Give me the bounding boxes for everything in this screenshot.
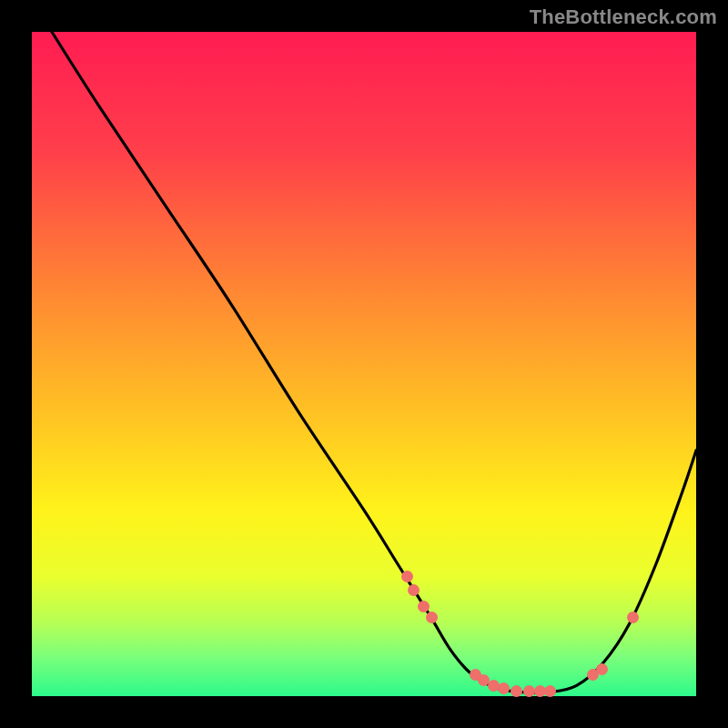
highlight-dot bbox=[544, 685, 556, 697]
watermark-text: TheBottleneck.com bbox=[530, 5, 717, 29]
bottleneck-curve bbox=[52, 32, 696, 693]
highlight-dot bbox=[401, 571, 413, 582]
highlight-dot bbox=[596, 663, 608, 675]
chart-stage: TheBottleneck.com bbox=[0, 0, 728, 728]
highlight-dot bbox=[523, 685, 535, 697]
highlight-dot bbox=[408, 584, 420, 596]
plot-area bbox=[32, 32, 696, 696]
highlight-dot bbox=[511, 685, 522, 697]
curve-layer bbox=[32, 32, 696, 696]
